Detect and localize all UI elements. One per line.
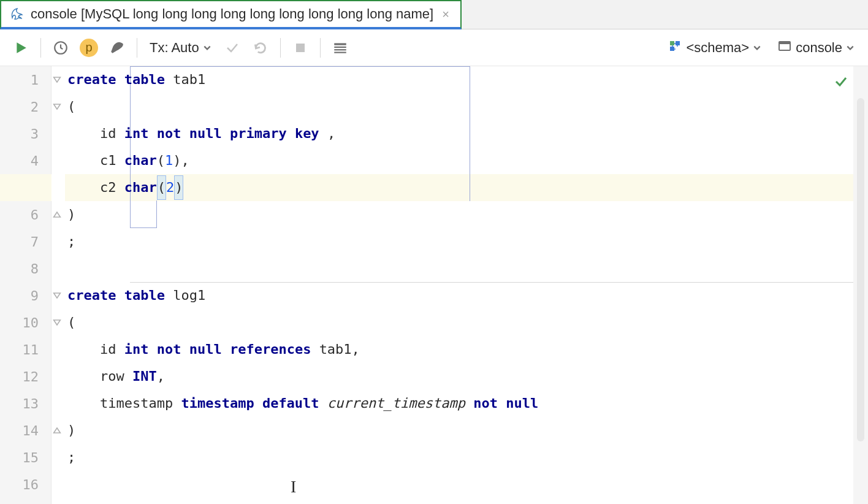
- toolbar: p Tx: Auto <schema>: [0, 29, 868, 66]
- svg-rect-6: [670, 41, 674, 45]
- fold-open-icon[interactable]: [52, 318, 62, 327]
- code-line: c2 char(2): [65, 174, 868, 201]
- code-line: id int not null references tab1,: [65, 336, 868, 363]
- code-area[interactable]: create table tab1 ( id int not null prim…: [65, 66, 868, 504]
- svg-rect-4: [334, 49, 346, 50]
- database-dolphin-icon: [10, 7, 25, 21]
- svg-rect-1: [296, 44, 305, 52]
- gutter: 1 2 3 4 5 6 7 8 9 10 11 12 13 14 15 16: [0, 66, 51, 504]
- svg-rect-3: [334, 46, 346, 47]
- tx-mode-label: Tx: Auto: [150, 40, 199, 56]
- console-label: console: [796, 40, 842, 56]
- console-icon: [777, 39, 792, 57]
- chevron-down-icon: [203, 40, 211, 56]
- svg-rect-10: [779, 42, 790, 44]
- code-line: ): [65, 201, 868, 228]
- chevron-down-icon: [753, 40, 761, 56]
- bracket-match: ): [174, 175, 183, 200]
- run-button[interactable]: [9, 36, 33, 60]
- code-line: (: [65, 309, 868, 336]
- p-badge-icon: p: [80, 39, 98, 57]
- fold-close-icon[interactable]: [52, 210, 62, 220]
- fold-open-icon[interactable]: [52, 75, 62, 85]
- chevron-down-icon: [846, 40, 855, 56]
- p-badge-button[interactable]: p: [77, 36, 101, 60]
- code-line: row INT,: [65, 363, 868, 390]
- separator: [137, 38, 137, 58]
- code-line: ;: [65, 444, 868, 471]
- svg-rect-5: [334, 52, 346, 53]
- fold-open-icon[interactable]: [52, 102, 62, 112]
- tab-label: console [MySQL long long long long long …: [31, 6, 433, 22]
- schema-dropdown[interactable]: <schema>: [663, 39, 766, 57]
- editor[interactable]: 1 2 3 4 5 6 7 8 9 10 11 12 13 14 15 16 c…: [0, 66, 868, 504]
- line-number: 13: [0, 390, 51, 417]
- code-line: timestamp timestamp default current_time…: [65, 390, 868, 417]
- code-line: id int not null primary key ,: [65, 120, 868, 147]
- active-line-gutter: [0, 174, 51, 201]
- tab-bar: console [MySQL long long long long long …: [0, 0, 868, 29]
- line-number: 14: [0, 417, 51, 444]
- schema-icon: [668, 39, 682, 57]
- line-number: 7: [0, 228, 51, 255]
- code-line: ;: [65, 228, 868, 255]
- schema-label: <schema>: [686, 40, 749, 56]
- line-number: 12: [0, 363, 51, 390]
- commit-button[interactable]: [220, 36, 245, 60]
- line-number: 1: [0, 66, 51, 93]
- fold-column: [51, 66, 65, 504]
- code-line: [65, 471, 868, 498]
- line-number: 11: [0, 336, 51, 363]
- line-number: 6: [0, 201, 51, 228]
- console-dropdown[interactable]: console: [772, 39, 859, 57]
- fold-open-icon[interactable]: [52, 291, 62, 300]
- line-number: 9: [0, 282, 51, 309]
- tab-console[interactable]: console [MySQL long long long long long …: [0, 0, 462, 29]
- separator: [320, 38, 321, 58]
- close-icon[interactable]: ×: [440, 7, 452, 21]
- code-line: [65, 255, 868, 282]
- line-number: 3: [0, 120, 51, 147]
- code-line: c1 char(1),: [65, 147, 868, 174]
- line-number: 2: [0, 93, 51, 120]
- line-number: 8: [0, 255, 51, 282]
- history-button[interactable]: [48, 36, 73, 60]
- line-number: 4: [0, 147, 51, 174]
- view-mode-button[interactable]: [328, 36, 352, 60]
- bracket-match: (: [157, 175, 166, 200]
- stop-button[interactable]: [288, 36, 313, 60]
- code-line: create table log1: [65, 282, 868, 309]
- rollback-button[interactable]: [248, 36, 273, 60]
- code-line: create table tab1: [65, 66, 868, 93]
- code-line: ): [65, 417, 868, 444]
- separator: [40, 38, 41, 58]
- line-number: 15: [0, 444, 51, 471]
- fold-close-icon[interactable]: [52, 426, 62, 435]
- code-line: (: [65, 93, 868, 120]
- settings-button[interactable]: [105, 36, 129, 60]
- line-number: 16: [0, 471, 51, 498]
- tx-mode-dropdown[interactable]: Tx: Auto: [145, 40, 216, 56]
- line-number: 10: [0, 309, 51, 336]
- svg-rect-2: [334, 43, 346, 45]
- separator: [280, 38, 281, 58]
